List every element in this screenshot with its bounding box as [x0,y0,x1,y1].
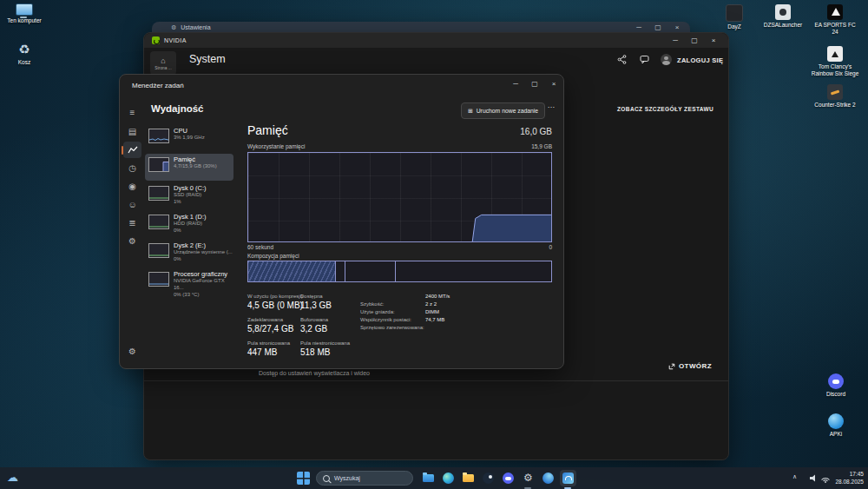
apki-icon [828,413,844,429]
chart-axis-left: 60 sekund [247,244,273,250]
desktop-icon-label: Ten komputer [3,17,45,24]
taskbar-app-browser[interactable] [540,470,556,486]
tm-minimize-button[interactable]: ─ [506,75,525,94]
nav-users[interactable]: ☺ [123,196,141,213]
stat-cached: Buforowana 3,2 GB [300,317,361,334]
perf-item-cpu[interactable]: CPU 3% 1,99 GHz [145,125,233,152]
nav-services[interactable]: ⚙ [123,233,141,249]
nvidia-close-button[interactable]: × [704,34,723,48]
taskbar-app-edge[interactable] [440,470,457,486]
desktop-icon-this-pc[interactable]: Ten komputer [3,3,45,24]
settings-app-icon: ⚙ [171,24,176,31]
desktop-icon-rainbow-six-siege[interactable]: Tom Clancy's Rainbow Six Siege [811,46,859,77]
desktop-icon-counter-strike-2[interactable]: Counter-Strike 2 [811,84,859,109]
perf-item-disk-1[interactable]: Dysk 1 (D:) HDD (RAID) 0% [145,211,233,238]
clock-time: 17:45 [835,470,864,478]
weather-widget[interactable]: ☁ [7,470,18,486]
perf-item-name: Pamięć [174,155,217,163]
login-button[interactable]: ZALOGUJ SIĘ [677,56,723,64]
stat-label: Dostępna [300,294,361,299]
perf-item-detail: Urządzenie wymienne (... [174,249,233,256]
stat-label: Zadeklarowana [247,317,308,322]
nav-startup-apps[interactable]: ◉ [123,178,141,195]
tm-maximize-button[interactable]: ▢ [525,75,544,94]
memory-composition-label: Kompozycja pamięci [247,253,299,259]
perf-item-name: Dysk 2 (E:) [174,241,233,249]
stat-committed: Zadeklarowana 5,8/27,4 GB [247,317,308,334]
taskbar-app-task-manager[interactable] [560,470,576,486]
nav-performance[interactable] [123,142,141,158]
this-pc-icon [16,3,33,16]
nvidia-minimize-button[interactable]: ─ [666,34,685,48]
memory-usage-chart [247,152,552,242]
cpu-mini-chart [148,129,169,143]
taskbar-app-steam[interactable] [480,470,496,486]
detail-value: 2 z 2 [425,301,437,307]
tray-chevron-up-icon[interactable]: ∧ [792,473,797,480]
nav-details[interactable]: ≣ [123,215,141,231]
stat-value: 518 MB [300,347,361,357]
desktop-icon-discord[interactable]: Discord [814,373,858,398]
perf-item-disk-0[interactable]: Dysk 0 (C:) SSD (RAID) 1% [145,182,233,209]
gpu-mini-chart [148,272,169,287]
stat-paged-pool: Pula stronicowana 447 MB [247,340,308,357]
perf-item-gpu[interactable]: Procesor graficzny NVIDIA GeForce GTX 16… [145,268,233,299]
desktop-icon-ea-sports-fc-24[interactable]: EA SPORTS FC 24 [811,4,859,36]
chart-axis-right: 0 [549,244,552,250]
run-new-task-button[interactable]: ⊞ Uruchom nowe zadanie [461,102,545,119]
detail-label: Sprzętowo zarezerwowana: [360,325,424,330]
new-task-icon: ⊞ [468,108,473,115]
feedback-chat-icon[interactable] [640,55,649,64]
desktop-icon-label: DayZ [713,23,755,30]
taskbar-app-settings[interactable]: ⚙ [520,470,536,486]
user-avatar[interactable] [661,54,672,65]
taskbar: ☁ Wyszukaj ⚙ ∧ 17:45 28.08.2025 [0,467,868,489]
nvidia-footer-text: Dostęp do ustawień wyświetlacza i wideo [259,370,370,376]
dzsalauncher-icon [775,4,791,20]
desktop-icon-label: DZSALauncher [760,22,806,29]
nav-app-history[interactable]: ◷ [123,160,141,176]
desktop-icon-dzsalauncher[interactable]: DZSALauncher [760,4,806,29]
stat-label: Pula niestronicowana [300,340,361,346]
nav-menu-button[interactable]: ≡ [123,104,141,121]
stat-available: Dostępna 11,3 GB [300,294,361,310]
nvidia-nav-home[interactable]: ⌂ Strona ... [150,51,176,75]
rainbow-six-siege-icon [827,46,843,62]
see-setup-details-link[interactable]: ZOBACZ SZCZEGÓŁY ZESTAWU [617,106,713,112]
search-placeholder: Wyszukaj [334,475,360,481]
perf-item-detail: NVIDIA GeForce GTX 16... [174,278,233,292]
settings-window-title: Ustawienia [181,24,210,30]
run-new-task-label: Uruchom nowe zadanie [477,108,538,114]
share-icon[interactable] [617,55,627,64]
taskbar-app-folder[interactable] [460,470,477,486]
settings-gear-icon: ⚙ [523,472,533,484]
more-options-button[interactable]: … [544,101,558,109]
taskbar-app-discord[interactable] [500,470,516,486]
memory-usage-label: Wykorzystanie pamięci [247,143,305,149]
desktop-icon-recycle-bin[interactable]: ♻ Kosz [3,42,45,66]
discord-taskbar-icon [503,472,514,484]
nvidia-maximize-button[interactable]: ▢ [685,34,704,48]
tray-system-icons[interactable] [809,473,833,483]
memory-detail-panel: Pamięć 16,0 GB Wykorzystanie pamięci 15,… [247,120,552,368]
memory-composition-bar [247,261,552,282]
nvidia-window-title: NVIDIA [164,37,187,43]
desktop-icon-dayz[interactable]: DayZ [713,4,755,30]
taskbar-clock[interactable]: 17:45 28.08.2025 [835,470,864,486]
stat-in-use: W użyciu (po kompresji) 4,5 GB (0 MB) [247,294,308,310]
memory-composition-segment-modified [336,261,346,281]
start-button[interactable] [297,472,310,485]
perf-item-memory[interactable]: Pamięć 4,7/15,9 GB (30%) [145,154,233,181]
desktop-icon-apki[interactable]: APKi [814,413,858,438]
nav-processes[interactable]: ▤ [123,123,141,140]
detail-value: 2400 MT/s [425,294,450,299]
open-button[interactable]: OTWÓRZ [668,362,712,370]
perf-item-disk-2[interactable]: Dysk 2 (E:) Urządzenie wymienne (... 0% [145,240,233,267]
tm-close-button[interactable]: × [544,75,563,94]
stat-label: Pula stronicowana [247,340,308,346]
disk1-mini-chart [148,215,169,229]
taskbar-search[interactable]: Wyszukaj [316,471,413,486]
taskbar-app-file-explorer[interactable] [420,470,437,486]
nav-settings[interactable]: ⚙ [123,343,141,360]
perf-item-detail: 4,7/15,9 GB (30%) [174,163,217,170]
